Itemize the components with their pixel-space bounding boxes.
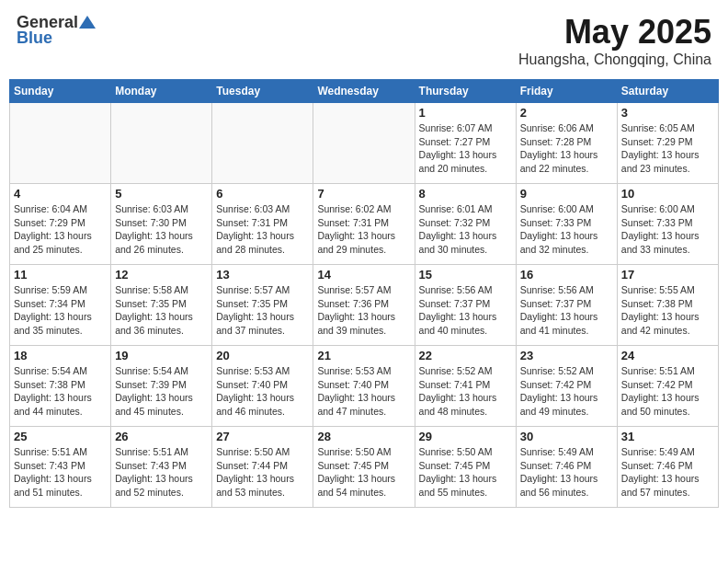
day-detail: Sunrise: 5:54 AMSunset: 7:38 PMDaylight:… [14, 364, 107, 419]
main-title: May 2025 [518, 13, 711, 52]
day-number: 29 [419, 430, 512, 443]
calendar-cell: 6Sunrise: 6:03 AMSunset: 7:31 PMDaylight… [212, 184, 313, 265]
day-detail: Sunrise: 5:51 AMSunset: 7:43 PMDaylight:… [14, 445, 107, 500]
calendar-cell: 17Sunrise: 5:55 AMSunset: 7:38 PMDayligh… [617, 265, 718, 346]
calendar-cell: 8Sunrise: 6:01 AMSunset: 7:32 PMDaylight… [415, 184, 516, 265]
day-number: 10 [621, 187, 714, 201]
svg-marker-0 [79, 16, 96, 29]
day-number: 8 [419, 187, 512, 201]
day-number: 30 [520, 430, 613, 443]
day-number: 25 [14, 430, 107, 443]
day-detail: Sunrise: 5:55 AMSunset: 7:38 PMDaylight:… [621, 283, 714, 338]
day-detail: Sunrise: 5:53 AMSunset: 7:40 PMDaylight:… [317, 364, 410, 419]
day-number: 20 [216, 349, 309, 362]
calendar-cell: 22Sunrise: 5:52 AMSunset: 7:41 PMDayligh… [415, 346, 516, 427]
calendar-cell: 5Sunrise: 6:03 AMSunset: 7:30 PMDaylight… [111, 184, 212, 265]
calendar-cell: 21Sunrise: 5:53 AMSunset: 7:40 PMDayligh… [313, 346, 415, 427]
calendar-cell: 26Sunrise: 5:51 AMSunset: 7:43 PMDayligh… [111, 427, 212, 508]
day-number: 28 [317, 430, 410, 443]
day-number: 1 [419, 106, 512, 120]
day-number: 21 [317, 349, 410, 362]
day-detail: Sunrise: 5:54 AMSunset: 7:39 PMDaylight:… [115, 364, 208, 419]
day-detail: Sunrise: 6:00 AMSunset: 7:33 PMDaylight:… [621, 202, 714, 257]
calendar-table: SundayMondayTuesdayWednesdayThursdayFrid… [9, 79, 719, 508]
calendar-cell: 14Sunrise: 5:57 AMSunset: 7:36 PMDayligh… [313, 265, 415, 346]
day-detail: Sunrise: 5:50 AMSunset: 7:44 PMDaylight:… [216, 445, 309, 500]
day-detail: Sunrise: 6:03 AMSunset: 7:31 PMDaylight:… [216, 202, 309, 257]
day-detail: Sunrise: 6:03 AMSunset: 7:30 PMDaylight:… [115, 202, 208, 257]
day-number: 23 [520, 349, 613, 362]
calendar-cell: 25Sunrise: 5:51 AMSunset: 7:43 PMDayligh… [10, 427, 111, 508]
day-number: 9 [520, 187, 613, 201]
day-detail: Sunrise: 6:02 AMSunset: 7:31 PMDaylight:… [317, 202, 410, 257]
calendar-cell [10, 103, 111, 184]
calendar-cell: 2Sunrise: 6:06 AMSunset: 7:28 PMDaylight… [516, 103, 617, 184]
day-detail: Sunrise: 5:53 AMSunset: 7:40 PMDaylight:… [216, 364, 309, 419]
day-number: 24 [621, 349, 714, 362]
day-number: 19 [115, 349, 208, 362]
calendar-cell: 24Sunrise: 5:51 AMSunset: 7:42 PMDayligh… [617, 346, 718, 427]
day-number: 3 [621, 106, 714, 120]
day-detail: Sunrise: 5:56 AMSunset: 7:37 PMDaylight:… [419, 283, 512, 338]
calendar-cell [212, 103, 313, 184]
calendar-cell: 16Sunrise: 5:56 AMSunset: 7:37 PMDayligh… [516, 265, 617, 346]
day-detail: Sunrise: 5:50 AMSunset: 7:45 PMDaylight:… [419, 445, 512, 500]
day-of-week-header: Sunday [10, 80, 111, 103]
calendar-week-row: 1Sunrise: 6:07 AMSunset: 7:27 PMDaylight… [10, 103, 719, 184]
day-number: 16 [520, 268, 613, 282]
day-number: 6 [216, 187, 309, 201]
day-detail: Sunrise: 6:04 AMSunset: 7:29 PMDaylight:… [14, 202, 107, 257]
day-detail: Sunrise: 5:59 AMSunset: 7:34 PMDaylight:… [14, 283, 107, 338]
day-number: 12 [115, 268, 208, 282]
calendar-cell: 29Sunrise: 5:50 AMSunset: 7:45 PMDayligh… [415, 427, 516, 508]
day-detail: Sunrise: 6:07 AMSunset: 7:27 PMDaylight:… [419, 121, 512, 176]
calendar-cell: 15Sunrise: 5:56 AMSunset: 7:37 PMDayligh… [415, 265, 516, 346]
day-number: 31 [621, 430, 714, 443]
day-number: 26 [115, 430, 208, 443]
subtitle: Huangsha, Chongqing, China [518, 52, 711, 68]
title-block: May 2025 Huangsha, Chongqing, China [518, 13, 711, 68]
day-of-week-header: Wednesday [313, 80, 415, 103]
day-detail: Sunrise: 6:01 AMSunset: 7:32 PMDaylight:… [419, 202, 512, 257]
day-of-week-header: Monday [111, 80, 212, 103]
day-detail: Sunrise: 5:57 AMSunset: 7:35 PMDaylight:… [216, 283, 309, 338]
calendar-cell: 13Sunrise: 5:57 AMSunset: 7:35 PMDayligh… [212, 265, 313, 346]
day-detail: Sunrise: 5:49 AMSunset: 7:46 PMDaylight:… [520, 445, 613, 500]
day-number: 27 [216, 430, 309, 443]
day-number: 22 [419, 349, 512, 362]
calendar-cell: 1Sunrise: 6:07 AMSunset: 7:27 PMDaylight… [415, 103, 516, 184]
day-number: 14 [317, 268, 410, 282]
day-of-week-header: Thursday [415, 80, 516, 103]
calendar-cell: 11Sunrise: 5:59 AMSunset: 7:34 PMDayligh… [10, 265, 111, 346]
calendar-week-row: 4Sunrise: 6:04 AMSunset: 7:29 PMDaylight… [10, 184, 719, 265]
day-number: 17 [621, 268, 714, 282]
calendar-header-row: SundayMondayTuesdayWednesdayThursdayFrid… [10, 80, 719, 103]
day-number: 2 [520, 106, 613, 120]
calendar-cell: 27Sunrise: 5:50 AMSunset: 7:44 PMDayligh… [212, 427, 313, 508]
day-detail: Sunrise: 5:52 AMSunset: 7:41 PMDaylight:… [419, 364, 512, 419]
day-detail: Sunrise: 5:51 AMSunset: 7:43 PMDaylight:… [115, 445, 208, 500]
day-detail: Sunrise: 5:52 AMSunset: 7:42 PMDaylight:… [520, 364, 613, 419]
calendar-cell: 7Sunrise: 6:02 AMSunset: 7:31 PMDaylight… [313, 184, 415, 265]
day-number: 15 [419, 268, 512, 282]
day-number: 13 [216, 268, 309, 282]
logo-icon [79, 14, 96, 30]
calendar-cell [111, 103, 212, 184]
day-number: 7 [317, 187, 410, 201]
calendar-cell: 30Sunrise: 5:49 AMSunset: 7:46 PMDayligh… [516, 427, 617, 508]
calendar-cell: 10Sunrise: 6:00 AMSunset: 7:33 PMDayligh… [617, 184, 718, 265]
calendar-cell: 12Sunrise: 5:58 AMSunset: 7:35 PMDayligh… [111, 265, 212, 346]
day-number: 4 [14, 187, 107, 201]
day-of-week-header: Saturday [617, 80, 718, 103]
day-detail: Sunrise: 6:00 AMSunset: 7:33 PMDaylight:… [520, 202, 613, 257]
calendar-week-row: 18Sunrise: 5:54 AMSunset: 7:38 PMDayligh… [10, 346, 719, 427]
calendar-cell: 9Sunrise: 6:00 AMSunset: 7:33 PMDaylight… [516, 184, 617, 265]
page-header: General Blue May 2025 Huangsha, Chongqin… [9, 9, 719, 72]
calendar-cell: 31Sunrise: 5:49 AMSunset: 7:46 PMDayligh… [617, 427, 718, 508]
day-number: 11 [14, 268, 107, 282]
day-detail: Sunrise: 5:58 AMSunset: 7:35 PMDaylight:… [115, 283, 208, 338]
calendar-cell: 28Sunrise: 5:50 AMSunset: 7:45 PMDayligh… [313, 427, 415, 508]
calendar-cell: 18Sunrise: 5:54 AMSunset: 7:38 PMDayligh… [10, 346, 111, 427]
calendar-cell: 4Sunrise: 6:04 AMSunset: 7:29 PMDaylight… [10, 184, 111, 265]
calendar-cell: 23Sunrise: 5:52 AMSunset: 7:42 PMDayligh… [516, 346, 617, 427]
